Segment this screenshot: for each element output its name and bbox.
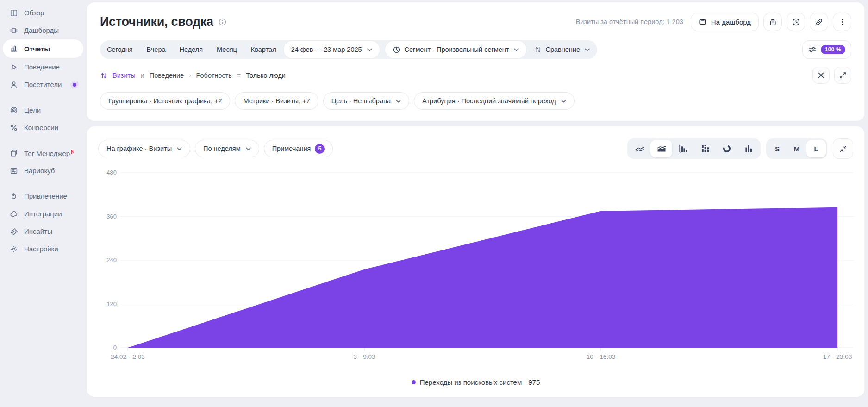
sidebar-group-other: Привлечение Интеграции Инсайты Настройки: [0, 188, 87, 257]
preset-quarter[interactable]: Квартал: [244, 40, 283, 59]
sidebar-item-label: Вариокуб: [24, 167, 55, 175]
on-chart-metric-label: На графике · Визиты: [106, 145, 172, 152]
sidebar-item-label: Обзор: [24, 9, 44, 17]
sidebar-item-variocube[interactable]: Вариокуб: [3, 162, 83, 179]
expand-icon: [839, 72, 846, 79]
chart-type-area[interactable]: [650, 140, 672, 157]
collapse-chart-button[interactable]: [833, 138, 853, 159]
sidebar-item-label: Поведение: [24, 63, 60, 71]
gear-icon: [9, 244, 18, 253]
granularity-label: По неделям: [203, 145, 241, 152]
info-icon[interactable]: [218, 18, 227, 26]
legend-value: 975: [528, 378, 540, 386]
sidebar-item-behavior[interactable]: Поведение: [3, 58, 83, 75]
chart-type-bars[interactable]: [672, 140, 694, 157]
clock-icon: [792, 18, 800, 26]
export-button[interactable]: [763, 13, 782, 31]
goal-label: Цель · Не выбрана: [331, 97, 391, 105]
page-title: Источники, сводка: [100, 15, 213, 29]
segment-pie-icon: [393, 46, 400, 54]
chevron-down-icon: [514, 48, 519, 51]
sidebar-item-label: Инсайты: [24, 227, 52, 235]
chart-area: 012024036048024.02—2.033—9.0310—16.0317—…: [98, 166, 853, 366]
sidebar-item-label: Настройки: [24, 245, 58, 253]
sidebar-group-tools: Тег Менеджерβ Вариокуб: [0, 144, 87, 179]
chart-legend[interactable]: Переходы из поисковых систем 975: [98, 378, 853, 386]
metrics-selector[interactable]: Метрики · Визиты, +7: [235, 92, 318, 110]
sidebar-item-label: Цели: [24, 106, 41, 114]
chart-type-stacked-bars[interactable]: [694, 140, 716, 157]
on-chart-metric-selector[interactable]: На графике · Визиты: [98, 140, 190, 157]
chart-type-donut[interactable]: [716, 140, 737, 157]
svg-text:240: 240: [106, 257, 117, 263]
to-dashboard-button[interactable]: На дашборд: [691, 13, 759, 31]
filter-metric[interactable]: Визиты: [112, 72, 136, 79]
chevron-down-icon: [177, 147, 182, 150]
preset-month[interactable]: Месяц: [210, 40, 244, 59]
expand-filter-button[interactable]: [834, 67, 851, 84]
legend-dot-icon: [412, 380, 416, 384]
clear-filter-button[interactable]: [812, 67, 830, 84]
segment-label: Сегмент · Произвольный сегмент: [405, 46, 509, 53]
sampling-button[interactable]: 100 %: [802, 40, 851, 59]
attribution-selector[interactable]: Атрибуция · Последний значимый переход: [414, 92, 575, 110]
new-indicator-badge: [70, 81, 79, 89]
filter-dimension[interactable]: Поведение: [150, 72, 184, 79]
preset-today[interactable]: Сегодня: [100, 40, 140, 59]
target-icon: [9, 106, 18, 114]
sidebar-item-insights[interactable]: Инсайты: [3, 223, 83, 240]
grid-icon: [9, 8, 18, 17]
cloud-icon: [9, 209, 18, 218]
chart-type-line[interactable]: [629, 140, 650, 157]
sliders-icon: [808, 45, 817, 54]
comparison-selector[interactable]: Сравнение: [527, 40, 597, 59]
sidebar: Обзор Дашборды Отчеты Поведение: [0, 0, 87, 407]
sidebar-item-reports[interactable]: Отчеты: [3, 39, 83, 58]
sidebar-item-goals[interactable]: Цели: [3, 101, 83, 119]
chart-size-m[interactable]: M: [787, 140, 806, 157]
sidebar-item-tag-manager[interactable]: Тег Менеджерβ: [3, 144, 83, 162]
link-icon: [815, 18, 824, 26]
copy-link-button[interactable]: [810, 13, 828, 31]
chart-toolbar-left: На графике · Визиты По неделям Примечани…: [98, 140, 333, 157]
report-settings-row: Группировка · Источник трафика, +2 Метри…: [100, 92, 851, 110]
chart-type-columns[interactable]: [737, 140, 759, 157]
filter-value[interactable]: Только люди: [246, 72, 286, 79]
sidebar-item-visitors[interactable]: Посетители: [3, 76, 83, 93]
svg-text:120: 120: [106, 301, 117, 307]
percent-icon: [9, 123, 18, 132]
period-row: Сегодня Вчера Неделя Месяц Квартал 24 фе…: [100, 40, 851, 59]
metrica-app: Обзор Дашборды Отчеты Поведение: [0, 0, 868, 407]
chart-size-s[interactable]: S: [768, 140, 787, 157]
more-menu-button[interactable]: [833, 13, 851, 31]
sidebar-item-dashboards[interactable]: Дашборды: [3, 22, 83, 39]
visits-area-chart[interactable]: 012024036048024.02—2.033—9.0310—16.0317—…: [98, 166, 853, 364]
chart-card: На графике · Визиты По неделям Примечани…: [87, 126, 864, 397]
title-row: Источники, сводка Визиты за отчётный пер…: [100, 13, 851, 31]
sidebar-item-integrations[interactable]: Интеграции: [3, 205, 83, 222]
granularity-selector[interactable]: По неделям: [195, 140, 259, 157]
goal-selector[interactable]: Цель · Не выбрана: [323, 92, 409, 110]
size-m-label: M: [794, 145, 800, 153]
svg-text:360: 360: [106, 213, 117, 220]
sidebar-item-overview[interactable]: Обзор: [3, 4, 83, 21]
notes-button[interactable]: Примечания 5: [264, 140, 333, 157]
chevron-down-icon: [246, 147, 251, 150]
date-range-picker[interactable]: 24 фев — 23 мар 2025: [283, 40, 380, 59]
sidebar-item-label: Интеграции: [24, 210, 62, 218]
legend-label: Переходы из поисковых систем: [420, 378, 522, 386]
history-button[interactable]: [787, 13, 805, 31]
sidebar-item-settings[interactable]: Настройки: [3, 240, 83, 257]
sidebar-item-attraction[interactable]: Привлечение: [3, 188, 83, 205]
segment-selector[interactable]: Сегмент · Произвольный сегмент: [385, 40, 527, 59]
sidebar-item-label: Дашборды: [24, 26, 59, 34]
chevron-down-icon: [367, 48, 372, 51]
sidebar-item-conversions[interactable]: Конверсии: [3, 119, 83, 136]
play-icon: [9, 63, 18, 71]
filter-subdimension[interactable]: Роботность: [196, 72, 232, 79]
chart-size-l[interactable]: L: [806, 140, 826, 157]
preset-yesterday[interactable]: Вчера: [140, 40, 173, 59]
grouping-selector[interactable]: Группировка · Источник трафика, +2: [100, 92, 230, 110]
sidebar-group-goals: Цели Конверсии: [0, 101, 87, 136]
preset-week[interactable]: Неделя: [173, 40, 210, 59]
